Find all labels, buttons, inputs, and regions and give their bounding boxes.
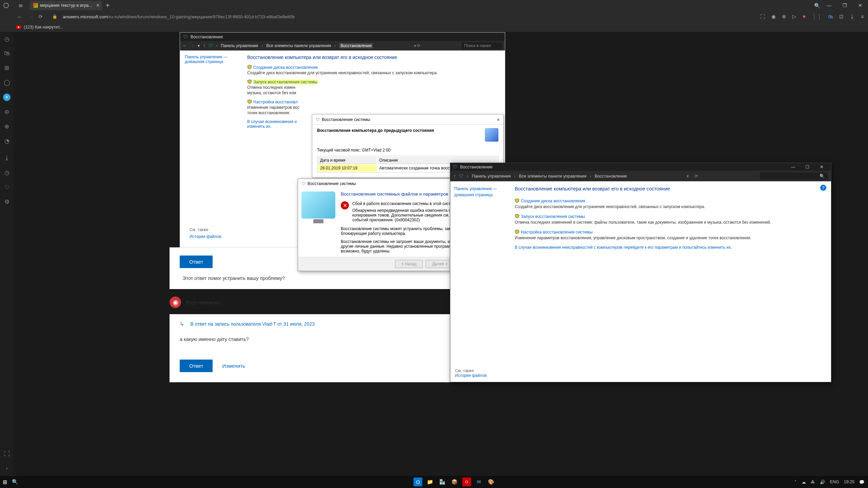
avatar[interactable]: ◉ [170, 297, 181, 308]
sidebar-item[interactable]: ⊖ [4, 108, 9, 116]
sidebar-item[interactable]: ◷ [4, 36, 9, 43]
dialog-title: Восстановление системы [308, 181, 356, 186]
sidebar-item[interactable]: 🛍 [4, 50, 10, 57]
menu-icon[interactable]: ≡ [861, 14, 864, 20]
forward-icon[interactable]: → [190, 43, 194, 48]
up-icon[interactable]: ↑ [454, 174, 456, 179]
sidebar-home-link[interactable]: Панель управления — домашняя страница [454, 186, 497, 197]
minimize-button[interactable]: — [821, 0, 837, 11]
language-indicator[interactable]: ENG [830, 480, 839, 484]
clock[interactable]: 19:25 [844, 480, 854, 484]
breadcrumb[interactable]: Все элементы панели управления [519, 174, 586, 179]
sidebar-item[interactable]: ◯ [4, 79, 10, 86]
mail-icon[interactable]: ✉ [19, 3, 23, 8]
breadcrumb[interactable]: Восстановление [595, 174, 627, 179]
tabs-search-icon[interactable]: 🔍 [814, 3, 821, 9]
sidebar-item[interactable]: ⚙ [4, 198, 9, 205]
fallback-text[interactable]: В случае возникновения н [247, 119, 297, 124]
onedrive-icon[interactable]: ☁ [802, 480, 806, 485]
notifications-icon[interactable]: 💬 [859, 480, 865, 485]
sidebar-item[interactable]: ⊕ [4, 123, 9, 130]
telegram-icon[interactable]: ✈ [3, 94, 11, 101]
edit-link[interactable]: Изменить [222, 363, 245, 369]
reload-icon[interactable]: ⟳ [39, 14, 43, 19]
restore-icon: 🛡 [301, 181, 305, 186]
breadcrumb[interactable]: Панель управления [221, 43, 258, 48]
extension-icon[interactable]: ⊡ [839, 14, 844, 20]
tab-close-icon[interactable]: × [96, 2, 99, 8]
taskbar-app[interactable]: ✉ [475, 477, 484, 486]
volume-icon[interactable]: 🔊 [820, 480, 825, 485]
breadcrumb[interactable]: Все элементы панели управления [266, 43, 331, 48]
sidebar-item[interactable]: ◷ [4, 169, 9, 176]
shield-icon [247, 65, 252, 69]
taskbar-app[interactable]: 📁 [426, 477, 435, 486]
reply-to-link[interactable]: В ответ на запись пользователя Vlad-T от… [190, 321, 315, 327]
breadcrumb[interactable]: Панель управления [472, 174, 511, 179]
maximize-button[interactable]: ☐ [801, 164, 814, 169]
fallback-link[interactable]: В случае возникновения неисправностей с … [515, 245, 824, 250]
cart-icon[interactable]: 🛍 [828, 14, 833, 20]
taskbar-search-icon[interactable]: 🔍 [12, 479, 18, 485]
close-button[interactable]: ✕ [815, 164, 828, 169]
configure-restore-link[interactable]: Настройка восстановления системы [521, 230, 593, 235]
file-history-link[interactable]: История файлов [455, 373, 487, 378]
new-tab-button[interactable]: + [106, 2, 110, 9]
sidebar-item[interactable]: ◔ [4, 138, 9, 145]
dropdown-icon[interactable]: ▾ [198, 43, 200, 48]
opera-menu-icon[interactable] [3, 3, 9, 8]
sidebar-expand-icon[interactable]: › [6, 465, 8, 472]
start-button[interactable]: ⊞ [3, 479, 7, 485]
reply-arrow-icon: ↳ [180, 321, 184, 327]
taskbar-app[interactable]: 🎨 [487, 477, 496, 486]
configure-restore-link[interactable]: Настройка восстановл [253, 100, 298, 104]
taskbar-app[interactable]: O [414, 477, 422, 486]
download-icon[interactable]: ⭳ [850, 14, 855, 20]
taskbar-app[interactable]: O [462, 477, 471, 486]
help-icon[interactable]: ? [820, 185, 826, 191]
create-recovery-disk-link[interactable]: Создание диска восстановления [521, 199, 585, 203]
browser-tab-active[interactable]: мерцание текстур в игра... × [30, 1, 102, 10]
username[interactable]: Егор Новиков1 [186, 300, 221, 305]
url-display[interactable]: answers.microsoft.com/ru-ru/windows/foru… [63, 14, 295, 19]
sidebar-home-link[interactable]: Панель управления — домашняя страница [185, 55, 228, 64]
fallback-text[interactable]: изменить их. [247, 124, 272, 129]
reply-button[interactable]: Ответ [180, 360, 213, 372]
search-input[interactable]: 🔍 [760, 172, 828, 180]
reply-button[interactable]: Ответ [180, 256, 213, 268]
option-desc: Отмена последних изменений в системе; фа… [515, 220, 824, 225]
create-recovery-disk-link[interactable]: Создание диска восстановления [253, 65, 318, 70]
file-history-link[interactable]: История файлов [190, 234, 221, 239]
sidebar-item[interactable]: ⊞ [4, 64, 9, 72]
start-system-restore-link[interactable]: Запуск восстановления системы [253, 80, 317, 84]
up-icon[interactable]: ↑ [203, 43, 205, 48]
back-icon[interactable]: ← [183, 43, 187, 48]
nav-forward-icon[interactable]: → [28, 14, 33, 20]
screenshot-icon[interactable]: ⛶ [760, 14, 765, 20]
panel-search[interactable]: Поиск в панел [461, 42, 502, 49]
breadcrumb[interactable]: Восстановление [339, 43, 373, 48]
taskbar-app[interactable]: 📦 [450, 477, 459, 486]
camera-icon[interactable]: ◉ [771, 14, 776, 20]
panel-heading: Восстановление компьютера или возврат ег… [247, 55, 499, 60]
translate-icon[interactable]: ⊕ [782, 14, 786, 20]
network-icon[interactable]: 🖧 [811, 480, 815, 484]
start-system-restore-link[interactable]: Запуск восстановления системы [521, 214, 585, 219]
see-also-label: См. также [190, 227, 209, 232]
close-window-button[interactable]: ✕ [852, 0, 868, 11]
heart-icon[interactable]: ♥ [803, 14, 806, 20]
close-icon[interactable]: × [497, 117, 500, 122]
sidebar-item[interactable]: ♡ [4, 184, 9, 191]
sidebar-item[interactable]: ⭳ [4, 155, 10, 162]
shield-icon [515, 198, 519, 203]
taskbar-app[interactable]: 🏪 [438, 477, 447, 486]
lock-icon[interactable]: 🔒 [52, 14, 57, 19]
nav-back-icon[interactable]: ← [17, 14, 22, 20]
minimize-button[interactable]: — [786, 164, 800, 169]
play-icon[interactable]: ▷ [792, 14, 796, 20]
maximize-button[interactable]: ❐ [837, 0, 852, 11]
sidebar-item[interactable]: ⛶ [4, 451, 10, 458]
bookmark-icon[interactable]: ⋮⋮ [812, 14, 822, 20]
bookmark-item[interactable]: (123) Как накрутит... [24, 25, 63, 29]
tray-chevron-icon[interactable]: ˄ [794, 480, 797, 485]
